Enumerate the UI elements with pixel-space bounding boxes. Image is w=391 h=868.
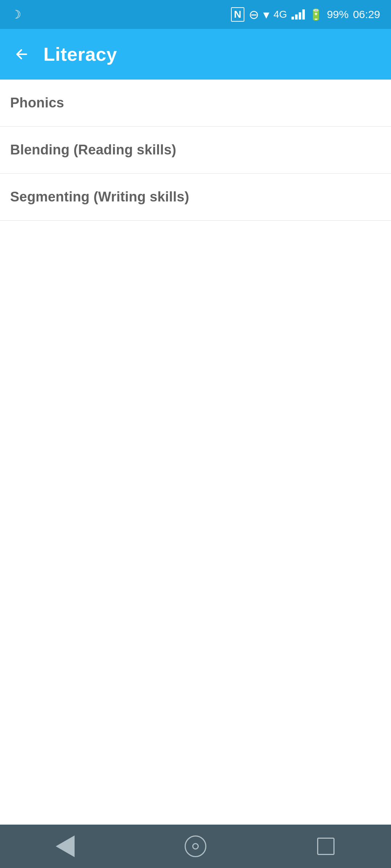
- signal-strength-icon: [291, 9, 305, 20]
- page-title: Literacy: [43, 43, 117, 65]
- content-area: Phonics Blending (Reading skills) Segmen…: [0, 80, 391, 825]
- navigation-bar: [0, 825, 391, 868]
- status-bar-left: ☽: [11, 8, 21, 21]
- status-bar-right: N ⊖ ▾ 4G 🔋 99% 06:29: [231, 7, 380, 22]
- nav-home-button[interactable]: [177, 828, 214, 864]
- recent-nav-icon: [317, 838, 335, 855]
- list-item-blending[interactable]: Blending (Reading skills): [0, 127, 391, 174]
- wifi-icon: ▾: [263, 7, 269, 22]
- battery-percentage: 99%: [327, 8, 349, 21]
- list-item-segmenting-label: Segmenting (Writing skills): [10, 189, 189, 205]
- list-item-phonics[interactable]: Phonics: [0, 80, 391, 127]
- list-item-segmenting[interactable]: Segmenting (Writing skills): [0, 174, 391, 221]
- minus-circle-icon: ⊖: [249, 7, 259, 22]
- list-item-phonics-label: Phonics: [10, 95, 64, 111]
- clock: 06:29: [353, 8, 380, 21]
- back-nav-icon: [56, 835, 75, 857]
- do-not-disturb-icon: ☽: [11, 8, 21, 21]
- status-bar: ☽ N ⊖ ▾ 4G 🔋 99% 06:29: [0, 0, 391, 29]
- nav-back-button[interactable]: [47, 828, 83, 864]
- back-button[interactable]: [11, 43, 33, 65]
- nfc-icon: N: [231, 7, 244, 22]
- home-nav-icon: [185, 835, 206, 857]
- home-nav-inner-icon: [192, 843, 199, 850]
- list-item-blending-label: Blending (Reading skills): [10, 142, 176, 158]
- battery-icon: 🔋: [309, 8, 323, 21]
- app-bar: Literacy: [0, 29, 391, 80]
- nav-recent-button[interactable]: [308, 828, 344, 864]
- network-type-label: 4G: [274, 9, 287, 20]
